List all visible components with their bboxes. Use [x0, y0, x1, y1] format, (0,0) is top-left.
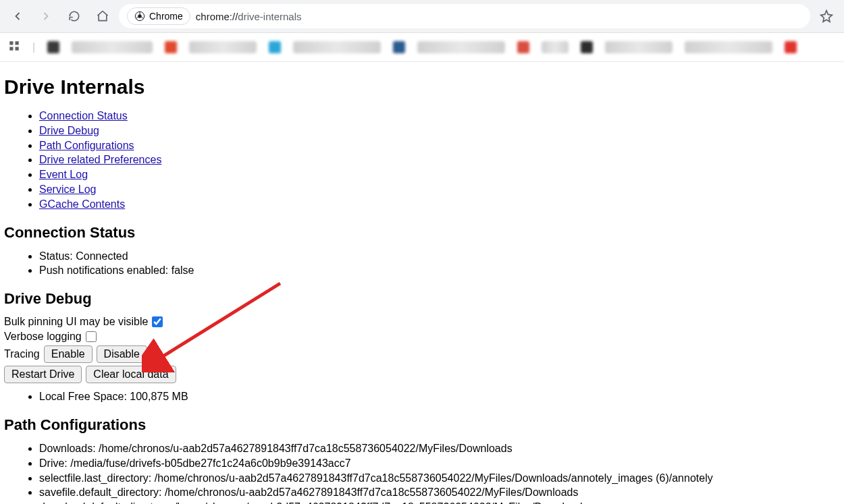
- path-configurations-list: Downloads: /home/chronos/u-aab2d57a46278…: [39, 442, 840, 504]
- path-downloads: Downloads: /home/chronos/u-aab2d57a46278…: [39, 442, 840, 456]
- verbose-logging-checkbox[interactable]: [86, 331, 97, 342]
- page-content: Drive Internals Connection Status Drive …: [0, 62, 844, 504]
- toc-link-connection-status[interactable]: Connection Status: [39, 110, 128, 121]
- chrome-icon: [134, 11, 145, 22]
- site-chip-label: Chrome: [149, 11, 183, 22]
- apps-icon[interactable]: [8, 40, 20, 55]
- tracing-row: Tracing Enable Disable: [4, 345, 840, 363]
- toc-link-path-configurations[interactable]: Path Configurations: [39, 140, 134, 151]
- toc-link-drive-preferences[interactable]: Drive related Preferences: [39, 154, 161, 165]
- connection-status-value: Status: Connected: [39, 250, 840, 264]
- svg-rect-2: [9, 41, 13, 45]
- toc-link-service-log[interactable]: Service Log: [39, 184, 97, 195]
- toc-list: Connection Status Drive Debug Path Confi…: [39, 109, 840, 212]
- svg-rect-5: [16, 47, 19, 51]
- bulk-pinning-checkbox[interactable]: [152, 316, 163, 327]
- path-configurations-heading: Path Configurations: [4, 416, 840, 434]
- site-chip[interactable]: Chrome: [127, 7, 190, 25]
- bookmarks-bar: |: [0, 33, 844, 62]
- path-savefile-default: savefile.default_directory: /home/chrono…: [39, 486, 840, 500]
- toc-link-event-log[interactable]: Event Log: [39, 169, 88, 180]
- bulk-pinning-row: Bulk pinning UI may be visible: [4, 316, 840, 328]
- address-bar[interactable]: Chrome chrome://drive-internals: [119, 4, 810, 28]
- restart-drive-button[interactable]: Restart Drive: [4, 366, 82, 383]
- verbose-logging-label: Verbose logging: [4, 331, 82, 343]
- push-notifications-value: Push notifications enabled: false: [39, 264, 840, 278]
- connection-status-heading: Connection Status: [4, 224, 840, 242]
- svg-point-1: [138, 14, 141, 18]
- path-download-default: download.default_directory: /home/chrono…: [39, 501, 840, 504]
- browser-toolbar: Chrome chrome://drive-internals: [0, 0, 844, 33]
- svg-rect-4: [9, 47, 13, 51]
- forward-button[interactable]: [34, 4, 58, 28]
- path-drive: Drive: /media/fuse/drivefs-b05dbe27fc1c2…: [39, 457, 840, 471]
- local-free-space-value: Local Free Space: 100,875 MB: [39, 390, 840, 404]
- reload-button[interactable]: [62, 4, 86, 28]
- tracing-enable-button[interactable]: Enable: [44, 345, 93, 363]
- toc-link-drive-debug[interactable]: Drive Debug: [39, 125, 99, 136]
- tracing-label: Tracing: [4, 348, 40, 360]
- svg-rect-3: [16, 41, 19, 45]
- verbose-logging-row: Verbose logging: [4, 331, 840, 343]
- toc-link-gcache-contents[interactable]: GCache Contents: [39, 198, 125, 210]
- clear-local-data-button[interactable]: Clear local data: [86, 366, 176, 383]
- url-text: chrome://drive-internals: [196, 11, 302, 22]
- bulk-pinning-label: Bulk pinning UI may be visible: [4, 316, 148, 328]
- page-title: Drive Internals: [4, 76, 840, 99]
- bookmark-star-button[interactable]: [814, 4, 839, 28]
- free-space-list: Local Free Space: 100,875 MB: [39, 390, 840, 404]
- home-button[interactable]: [90, 4, 115, 28]
- path-selectfile-last: selectfile.last_directory: /home/chronos…: [39, 472, 840, 486]
- drive-actions-row: Restart Drive Clear local data: [4, 366, 840, 383]
- drive-debug-heading: Drive Debug: [4, 290, 840, 308]
- tracing-disable-button[interactable]: Disable: [97, 345, 147, 363]
- connection-status-list: Status: Connected Push notifications ena…: [39, 250, 840, 279]
- back-button[interactable]: [5, 4, 30, 28]
